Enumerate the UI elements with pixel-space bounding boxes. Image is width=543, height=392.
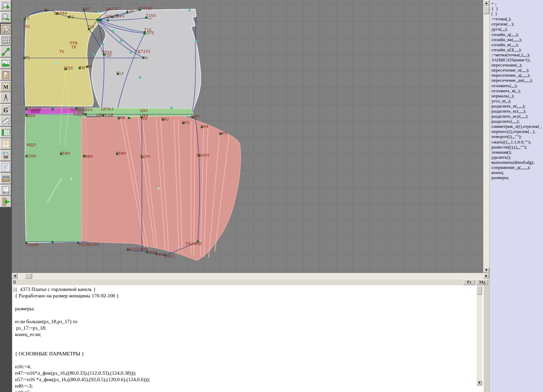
- editor-vscroll-thumb[interactable]: [476, 286, 482, 295]
- image-button[interactable]: [0, 58, 11, 69]
- alg-file-button[interactable]: ALG: [0, 184, 11, 196]
- pattern-piece-icon: [1, 71, 10, 79]
- command-item[interactable]: :=точка(,);: [491, 16, 543, 21]
- command-item[interactable]: [ ]: [491, 11, 543, 16]
- zoom-out-button[interactable]: [0, 12, 11, 23]
- command-item[interactable]: пересечение_дн(,,,,,);: [491, 78, 543, 83]
- editor-line[interactable]: { 4373 Платье с горловиной качель }: [15, 286, 150, 293]
- editor-scroll-down-button[interactable]: ▼: [476, 380, 482, 386]
- editor-line[interactable]: п16:=4;: [15, 364, 150, 370]
- editor-line[interactable]: п57:=п16 *л_фнк(рз_16,((80,0.45),(92,0.5…: [15, 376, 150, 383]
- command-item[interactable]: отложить_в(,,);: [491, 88, 543, 93]
- command-item[interactable]: размеры;: [491, 175, 543, 180]
- command-item[interactable]: сопряжение_д(,,,,,,);: [491, 165, 543, 170]
- point-label: Т20НН: [25, 243, 39, 247]
- command-item[interactable]: поворот((),,,"");: [491, 134, 543, 139]
- command-item[interactable]: выполнить(dmod\alg);: [491, 160, 543, 165]
- point-label: Ц50Ь1: [101, 107, 114, 111]
- command-item[interactable]: ломаная();: [491, 150, 543, 155]
- editor-line[interactable]: [15, 357, 150, 364]
- ruler-icon: 8: [1, 117, 10, 125]
- drafting-tools-button[interactable]: A: [0, 92, 11, 103]
- editor-line[interactable]: { ОСНОВНЫЕ ПАРАМЕТРЫ }: [15, 351, 150, 357]
- model-photo-button[interactable]: [0, 138, 11, 150]
- scroll-down-button[interactable]: ▼: [483, 267, 489, 273]
- editor-text[interactable]: { 4373 Платье с горловиной качель }{ Раз…: [15, 286, 150, 392]
- pattern-piece-button[interactable]: [0, 69, 11, 80]
- text-list-button[interactable]: [0, 161, 11, 173]
- editor-line[interactable]: если больше(рз_18,рз_17) то: [15, 318, 150, 325]
- drafting-canvas[interactable]: Т3Т1Т01Ц1Р44Я1Ц6ГЦ611ГТ16Т15ЦДТ150Т15ОТ5…: [12, 0, 483, 273]
- editor-line[interactable]: [15, 299, 150, 306]
- command-item[interactable]: перенос((),отрезок( , ),: [491, 129, 543, 134]
- vscroll-thumb[interactable]: [483, 6, 489, 14]
- point-label: Т22: [140, 116, 148, 121]
- command-item[interactable]: конец;: [491, 170, 543, 175]
- command-item[interactable]: пересечение(,,);: [491, 62, 543, 67]
- measure-line-button[interactable]: [0, 46, 11, 57]
- scroll-up-button[interactable]: ▲: [483, 0, 489, 6]
- ruler-button[interactable]: 8: [0, 115, 11, 126]
- editor-line[interactable]: размеры;: [15, 306, 150, 312]
- canvas-horizontal-scrollbar[interactable]: ◀ ▶: [12, 273, 489, 279]
- editor-line[interactable]: п47:=п16*л_фнк(рз_16,((80,0.33),(112,0.3…: [15, 370, 150, 376]
- editor-line[interactable]: { Разработано на размер женщины 170-92-1…: [15, 293, 150, 299]
- command-item[interactable]: сжать((),,,1.1,0.9,"");: [491, 139, 543, 144]
- command-item[interactable]: разделить_ксу(,,,,);: [491, 114, 543, 119]
- editor-line[interactable]: [15, 338, 150, 344]
- scroll-left-button[interactable]: ◀: [12, 273, 18, 279]
- left-arrow-icon: ◀: [14, 274, 16, 277]
- editor-line[interactable]: [15, 312, 150, 318]
- command-item[interactable]: пересечение_д(,,,,,);: [491, 73, 543, 78]
- exit-button[interactable]: [0, 196, 11, 207]
- editor-line[interactable]: [15, 344, 150, 351]
- rz-button[interactable]: Рз: [463, 279, 475, 285]
- editor-line[interactable]: п40:=-3;: [15, 383, 150, 389]
- command-item[interactable]: ЗАПИСАТЬ(имя=(),: [491, 57, 543, 62]
- command-item[interactable]: разделить_н(,,,,,);: [491, 103, 543, 109]
- canvas-vertical-scrollbar[interactable]: ▲ ▼: [483, 0, 489, 273]
- command-item[interactable]: нормаль(,,);: [491, 93, 543, 98]
- point-label: СК5: [219, 131, 227, 136]
- command-item[interactable]: :=метка(точка(,),,,,);: [491, 52, 543, 57]
- editor-line[interactable]: рз_17:=рз_18;: [15, 325, 150, 331]
- command-item[interactable]: симметрия_л((),отрезок( , ),: [491, 124, 543, 129]
- zoom-in-button[interactable]: [0, 0, 11, 11]
- table-button[interactable]: [0, 127, 11, 138]
- command-item[interactable]: = ;: [491, 1, 543, 6]
- grid-button[interactable]: [0, 35, 11, 46]
- hscroll-thumb[interactable]: [25, 273, 32, 279]
- command-item[interactable]: сплайн_к[](,,,,);: [491, 47, 543, 52]
- grazia-g-button[interactable]: G: [0, 104, 11, 115]
- command-item[interactable]: угол_к(,,);: [491, 98, 543, 103]
- command-item[interactable]: отложить(,,,);: [491, 83, 543, 88]
- md-button[interactable]: Мд: [476, 279, 488, 285]
- command-item[interactable]: сплайн_д(,,,,);: [491, 32, 543, 37]
- algorithm-editor[interactable]: { 4373 Платье с горловиной качель }{ Раз…: [12, 285, 484, 392]
- editor-vertical-scrollbar[interactable]: ▼: [476, 285, 482, 386]
- point-label: Т9Г: [79, 66, 86, 70]
- command-item[interactable]: разделить_кс(,,,,);: [491, 109, 543, 114]
- command-item[interactable]: удалить();: [491, 155, 543, 160]
- command-item[interactable]: разделить(,,,,);: [491, 119, 543, 124]
- command-item[interactable]: пересечение_н(,,,,);: [491, 67, 543, 73]
- zoom-out-icon: [1, 13, 10, 22]
- pattern-drawing[interactable]: Т3Т1Т01Ц1Р44Я1Ц6ГЦ611ГТ16Т15ЦДТ150Т15ОТ5…: [12, 0, 483, 273]
- editor-line[interactable]: п18:=5;: [15, 389, 150, 392]
- three-d-button[interactable]: 3D: [0, 150, 11, 161]
- three-d-icon: 3D: [1, 151, 10, 160]
- drafting-tools-icon: A: [1, 94, 10, 102]
- point-label: ГО: [143, 56, 148, 60]
- command-item[interactable]: отрезок( , );: [491, 21, 543, 26]
- monogram-m-button[interactable]: M: [0, 81, 11, 92]
- command-item[interactable]: сплайн_кк(,,,,,);: [491, 37, 543, 42]
- command-item[interactable]: сплайн_к(,,,,);: [491, 42, 543, 47]
- scroll-right-button[interactable]: ▶: [483, 273, 489, 279]
- books-button[interactable]: [0, 173, 11, 184]
- command-item[interactable]: { }: [491, 6, 543, 11]
- editor-line[interactable]: конец_если;: [15, 331, 150, 338]
- measure-line-icon: [1, 47, 10, 56]
- view-pattern-button[interactable]: [0, 23, 11, 34]
- command-item[interactable]: развести((),(),,,"");: [491, 144, 543, 150]
- command-item[interactable]: дуга(,,,);: [491, 26, 543, 32]
